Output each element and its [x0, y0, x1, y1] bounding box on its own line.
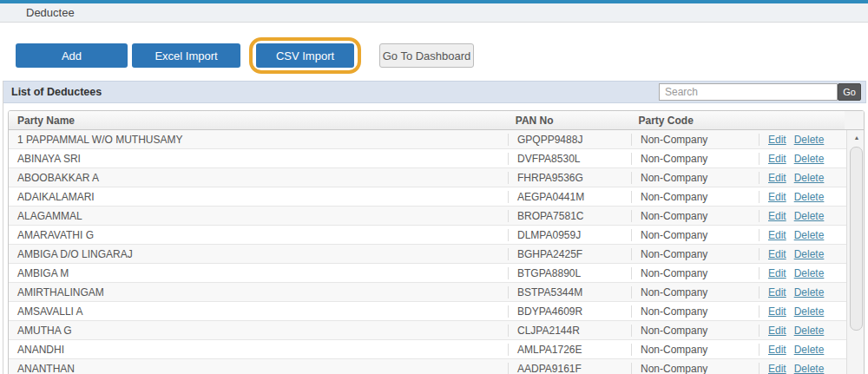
party-code-cell: Non-Company [631, 325, 759, 337]
actions-cell: EditDelete [759, 267, 846, 279]
toolbar: Add Excel Import CSV Import Go To Dashbo… [16, 39, 868, 72]
pan-no-cell: AEGPA0441M [508, 191, 631, 203]
party-name-cell: ADAIKALAMARI [9, 191, 508, 203]
party-code-cell: Non-Company [631, 344, 759, 356]
list-header-band: List of Deductees Go [3, 81, 866, 103]
table-row: ANANTHANAADPA9161FNon-CompanyEditDelete [9, 359, 846, 374]
table-row: AMARAVATHI GDLMPA0959JNon-CompanyEditDel… [9, 226, 846, 245]
table-row: ADAIKALAMARIAEGPA0441MNon-CompanyEditDel… [9, 187, 846, 207]
page-title: Deductee [26, 6, 75, 19]
party-name-cell: 1 PAPPAMMAL W/O MUTHUSAMY [9, 134, 508, 146]
party-name-cell: ANANTHAN [9, 363, 508, 374]
party-name-cell: AMARAVATHI G [9, 229, 508, 241]
delete-link[interactable]: Delete [794, 172, 825, 184]
party-code-cell: Non-Company [631, 172, 759, 184]
party-name-cell: AMIRTHALINGAM [9, 286, 508, 299]
edit-link[interactable]: Edit [768, 172, 786, 184]
party-name-cell: AMUTHA G [9, 325, 508, 337]
actions-cell: EditDelete [759, 172, 846, 184]
scroll-up-arrow-icon[interactable]: ▲ [847, 130, 865, 145]
party-name-cell: ANANDHI [9, 344, 508, 356]
table-row: AMIRTHALINGAMBSTPA5344MNon-CompanyEditDe… [9, 283, 846, 302]
table-row: ALAGAMMALBROPA7581CNon-CompanyEditDelete [9, 207, 846, 226]
deductees-table: Party Name PAN No Party Code 1 PAPPAMMAL… [8, 110, 865, 374]
column-header-party-code[interactable]: Party Code [630, 115, 758, 127]
table-row: 1 PAPPAMMAL W/O MUTHUSAMYGPQPP9488JNon-C… [9, 130, 846, 149]
delete-link[interactable]: Delete [794, 153, 825, 165]
delete-link[interactable]: Delete [794, 286, 825, 299]
edit-link[interactable]: Edit [768, 229, 786, 241]
actions-cell: EditDelete [759, 134, 846, 146]
party-code-cell: Non-Company [631, 134, 759, 146]
table-row: AMBIGA MBTGPA8890LNon-CompanyEditDelete [9, 264, 846, 283]
party-name-cell: AMBIGA D/O LINGARAJ [9, 248, 508, 260]
edit-link[interactable]: Edit [768, 305, 786, 318]
delete-link[interactable]: Delete [794, 210, 825, 222]
pan-no-cell: FHRPA9536G [508, 172, 631, 184]
party-code-cell: Non-Company [631, 286, 759, 299]
search-area: Go [659, 83, 861, 101]
actions-cell: EditDelete [759, 210, 846, 222]
delete-link[interactable]: Delete [794, 267, 825, 279]
table-row: AMUTHA GCLJPA2144RNon-CompanyEditDelete [9, 321, 846, 340]
delete-link[interactable]: Delete [794, 134, 825, 146]
column-header-scroll-spacer [845, 111, 864, 129]
actions-cell: EditDelete [759, 305, 846, 318]
scrollbar[interactable]: ▲ [847, 130, 865, 374]
delete-link[interactable]: Delete [794, 305, 825, 318]
edit-link[interactable]: Edit [768, 153, 786, 165]
page-header: Deductee [0, 3, 868, 23]
edit-link[interactable]: Edit [768, 248, 786, 260]
pan-no-cell: DLMPA0959J [508, 229, 631, 241]
party-code-cell: Non-Company [631, 210, 759, 222]
actions-cell: EditDelete [759, 229, 846, 241]
csv-import-button[interactable]: CSV Import [256, 43, 354, 68]
edit-link[interactable]: Edit [768, 363, 786, 374]
pan-no-cell: CLJPA2144R [508, 325, 631, 337]
search-input[interactable] [659, 83, 838, 101]
table-row: AMBIGA D/O LINGARAJBGHPA2425FNon-Company… [9, 245, 846, 264]
deductee-list-panel: List of Deductees Go Party Name PAN No P… [3, 81, 868, 374]
edit-link[interactable]: Edit [768, 191, 786, 203]
scrollbar-thumb[interactable] [850, 147, 863, 331]
pan-no-cell: AADPA9161F [508, 363, 631, 374]
add-button[interactable]: Add [16, 43, 128, 68]
actions-cell: EditDelete [759, 191, 846, 203]
actions-cell: EditDelete [759, 153, 846, 165]
delete-link[interactable]: Delete [794, 344, 825, 356]
search-go-button[interactable]: Go [838, 83, 861, 101]
actions-cell: EditDelete [759, 325, 846, 337]
delete-link[interactable]: Delete [794, 191, 825, 203]
delete-link[interactable]: Delete [794, 325, 825, 337]
party-name-cell: ALAGAMMAL [9, 210, 508, 222]
party-code-cell: Non-Company [631, 191, 759, 203]
party-name-cell: AMSAVALLI A [9, 305, 508, 318]
excel-import-button[interactable]: Excel Import [132, 43, 240, 68]
edit-link[interactable]: Edit [768, 134, 786, 146]
column-header-party-name[interactable]: Party Name [9, 115, 507, 127]
pan-no-cell: BDYPA4609R [508, 305, 631, 318]
party-name-cell: ABOOBAKKAR A [9, 172, 508, 184]
pan-no-cell: BGHPA2425F [508, 248, 631, 260]
pan-no-cell: BSTPA5344M [508, 286, 631, 299]
table-row: ABOOBAKKAR AFHRPA9536GNon-CompanyEditDel… [9, 168, 846, 187]
column-header-pan-no[interactable]: PAN No [507, 115, 630, 127]
edit-link[interactable]: Edit [768, 286, 786, 299]
table-row: AMSAVALLI ABDYPA4609RNon-CompanyEditDele… [9, 302, 846, 321]
edit-link[interactable]: Edit [768, 210, 786, 222]
table-row: ANANDHIAMLPA1726ENon-CompanyEditDelete [9, 340, 846, 359]
pan-no-cell: GPQPP9488J [508, 134, 631, 146]
edit-link[interactable]: Edit [768, 344, 786, 356]
delete-link[interactable]: Delete [794, 363, 825, 374]
actions-cell: EditDelete [759, 286, 846, 299]
go-to-dashboard-button[interactable]: Go To Dashboard [379, 43, 474, 68]
edit-link[interactable]: Edit [768, 325, 786, 337]
delete-link[interactable]: Delete [794, 229, 825, 241]
actions-cell: EditDelete [759, 363, 846, 374]
party-code-cell: Non-Company [631, 305, 759, 318]
delete-link[interactable]: Delete [794, 248, 825, 260]
actions-cell: EditDelete [759, 344, 846, 356]
edit-link[interactable]: Edit [768, 267, 786, 279]
pan-no-cell: BTGPA8890L [508, 267, 631, 279]
table-scrollbar-track[interactable]: ▲ [846, 130, 864, 374]
